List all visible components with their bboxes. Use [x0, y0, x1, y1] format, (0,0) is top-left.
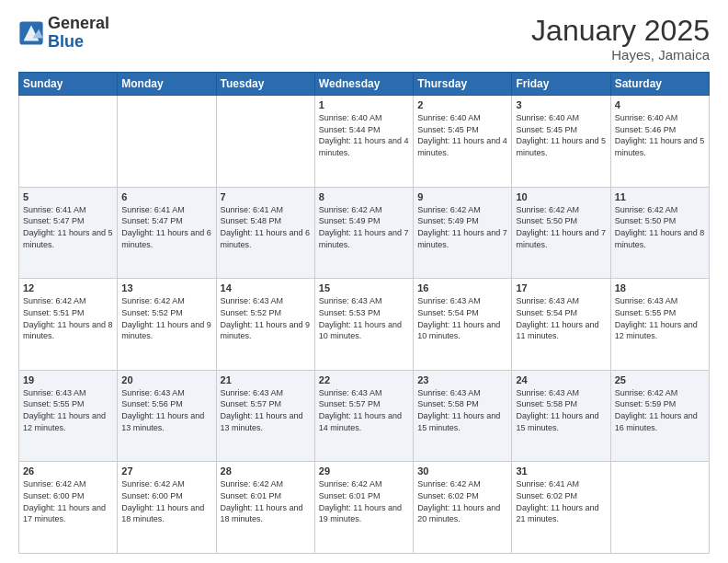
calendar-cell: 4Sunrise: 6:40 AM Sunset: 5:46 PM Daylig… [610, 96, 709, 188]
calendar-cell [118, 96, 216, 188]
day-header-saturday: Saturday [610, 73, 709, 96]
day-number: 11 [615, 191, 705, 202]
calendar-cell: 17Sunrise: 6:43 AM Sunset: 5:54 PM Dayli… [512, 279, 610, 371]
calendar-cell [610, 462, 709, 554]
day-number: 6 [121, 191, 211, 202]
day-number: 10 [516, 191, 606, 202]
week-row-2: 5Sunrise: 6:41 AM Sunset: 5:47 PM Daylig… [19, 187, 710, 279]
day-number: 13 [121, 282, 211, 293]
calendar-cell: 22Sunrise: 6:43 AM Sunset: 5:57 PM Dayli… [314, 370, 413, 462]
day-number: 24 [516, 374, 606, 385]
day-number: 19 [23, 374, 113, 385]
day-number: 17 [516, 282, 606, 293]
day-number: 25 [615, 374, 705, 385]
calendar-cell: 14Sunrise: 6:43 AM Sunset: 5:52 PM Dayli… [216, 279, 314, 371]
day-number: 29 [319, 465, 409, 477]
calendar-cell: 10Sunrise: 6:42 AM Sunset: 5:50 PM Dayli… [512, 187, 610, 279]
day-info: Sunrise: 6:43 AM Sunset: 5:54 PM Dayligh… [417, 295, 507, 341]
day-number: 2 [417, 99, 507, 110]
calendar-cell: 5Sunrise: 6:41 AM Sunset: 5:47 PM Daylig… [19, 187, 118, 279]
day-number: 20 [121, 374, 211, 385]
day-number: 18 [615, 282, 705, 293]
calendar-cell: 18Sunrise: 6:43 AM Sunset: 5:55 PM Dayli… [610, 279, 709, 371]
day-info: Sunrise: 6:42 AM Sunset: 6:00 PM Dayligh… [121, 478, 211, 524]
calendar-cell: 8Sunrise: 6:42 AM Sunset: 5:49 PM Daylig… [314, 187, 413, 279]
day-info: Sunrise: 6:43 AM Sunset: 5:58 PM Dayligh… [417, 387, 507, 433]
calendar-cell: 23Sunrise: 6:43 AM Sunset: 5:58 PM Dayli… [414, 370, 512, 462]
calendar-cell [19, 96, 118, 188]
day-info: Sunrise: 6:42 AM Sunset: 5:50 PM Dayligh… [615, 204, 705, 250]
day-info: Sunrise: 6:41 AM Sunset: 5:48 PM Dayligh… [221, 204, 311, 250]
day-number: 12 [23, 282, 113, 293]
days-header-row: SundayMondayTuesdayWednesdayThursdayFrid… [19, 73, 710, 96]
calendar-cell: 19Sunrise: 6:43 AM Sunset: 5:55 PM Dayli… [19, 370, 118, 462]
day-header-tuesday: Tuesday [216, 73, 314, 96]
day-number: 21 [221, 374, 311, 385]
day-header-sunday: Sunday [19, 73, 118, 96]
day-header-friday: Friday [512, 73, 610, 96]
day-info: Sunrise: 6:42 AM Sunset: 6:01 PM Dayligh… [319, 478, 409, 524]
calendar-cell: 12Sunrise: 6:42 AM Sunset: 5:51 PM Dayli… [19, 279, 118, 371]
day-info: Sunrise: 6:43 AM Sunset: 5:55 PM Dayligh… [23, 387, 113, 433]
calendar-cell: 3Sunrise: 6:40 AM Sunset: 5:45 PM Daylig… [512, 96, 610, 188]
day-info: Sunrise: 6:43 AM Sunset: 5:53 PM Dayligh… [319, 295, 409, 341]
calendar-cell: 2Sunrise: 6:40 AM Sunset: 5:45 PM Daylig… [414, 96, 512, 188]
day-number: 22 [319, 374, 409, 385]
day-header-thursday: Thursday [414, 73, 512, 96]
calendar-cell: 30Sunrise: 6:42 AM Sunset: 6:02 PM Dayli… [414, 462, 512, 554]
day-number: 16 [417, 282, 507, 293]
logo-icon [18, 20, 44, 46]
day-info: Sunrise: 6:41 AM Sunset: 6:02 PM Dayligh… [516, 478, 606, 524]
day-info: Sunrise: 6:43 AM Sunset: 5:56 PM Dayligh… [121, 387, 211, 433]
calendar-cell [216, 96, 314, 188]
week-row-4: 19Sunrise: 6:43 AM Sunset: 5:55 PM Dayli… [19, 370, 710, 462]
day-number: 27 [121, 465, 211, 477]
day-info: Sunrise: 6:42 AM Sunset: 5:49 PM Dayligh… [319, 204, 409, 250]
week-row-1: 1Sunrise: 6:40 AM Sunset: 5:44 PM Daylig… [19, 96, 710, 188]
day-number: 5 [23, 191, 113, 202]
calendar-cell: 31Sunrise: 6:41 AM Sunset: 6:02 PM Dayli… [512, 462, 610, 554]
calendar-cell: 21Sunrise: 6:43 AM Sunset: 5:57 PM Dayli… [216, 370, 314, 462]
day-info: Sunrise: 6:42 AM Sunset: 6:00 PM Dayligh… [23, 478, 113, 524]
day-info: Sunrise: 6:43 AM Sunset: 5:55 PM Dayligh… [615, 295, 705, 341]
day-number: 14 [221, 282, 311, 293]
day-info: Sunrise: 6:43 AM Sunset: 5:54 PM Dayligh… [516, 295, 606, 341]
logo-blue: Blue [48, 32, 84, 51]
day-info: Sunrise: 6:40 AM Sunset: 5:46 PM Dayligh… [615, 112, 705, 158]
calendar-cell: 29Sunrise: 6:42 AM Sunset: 6:01 PM Dayli… [314, 462, 413, 554]
calendar-cell: 11Sunrise: 6:42 AM Sunset: 5:50 PM Dayli… [610, 187, 709, 279]
day-header-monday: Monday [118, 73, 216, 96]
day-number: 28 [221, 465, 311, 477]
day-info: Sunrise: 6:40 AM Sunset: 5:44 PM Dayligh… [319, 112, 409, 158]
day-number: 26 [23, 465, 113, 477]
day-info: Sunrise: 6:41 AM Sunset: 5:47 PM Dayligh… [121, 204, 211, 250]
title-block: January 2025 Hayes, Jamaica [531, 15, 710, 63]
calendar-cell: 26Sunrise: 6:42 AM Sunset: 6:00 PM Dayli… [19, 462, 118, 554]
day-number: 30 [417, 465, 507, 477]
day-info: Sunrise: 6:42 AM Sunset: 5:52 PM Dayligh… [121, 295, 211, 341]
header: General Blue January 2025 Hayes, Jamaica [18, 15, 710, 63]
week-row-5: 26Sunrise: 6:42 AM Sunset: 6:00 PM Dayli… [19, 462, 710, 554]
day-number: 23 [417, 374, 507, 385]
day-info: Sunrise: 6:42 AM Sunset: 6:01 PM Dayligh… [221, 478, 311, 524]
calendar-cell: 9Sunrise: 6:42 AM Sunset: 5:49 PM Daylig… [414, 187, 512, 279]
day-info: Sunrise: 6:42 AM Sunset: 5:50 PM Dayligh… [516, 204, 606, 250]
day-header-wednesday: Wednesday [314, 73, 413, 96]
calendar-cell: 13Sunrise: 6:42 AM Sunset: 5:52 PM Dayli… [118, 279, 216, 371]
calendar-cell: 20Sunrise: 6:43 AM Sunset: 5:56 PM Dayli… [118, 370, 216, 462]
day-number: 7 [221, 191, 311, 202]
day-number: 15 [319, 282, 409, 293]
day-info: Sunrise: 6:43 AM Sunset: 5:57 PM Dayligh… [221, 387, 311, 433]
day-info: Sunrise: 6:43 AM Sunset: 5:57 PM Dayligh… [319, 387, 409, 433]
day-info: Sunrise: 6:42 AM Sunset: 6:02 PM Dayligh… [417, 478, 507, 524]
day-info: Sunrise: 6:41 AM Sunset: 5:47 PM Dayligh… [23, 204, 113, 250]
day-number: 8 [319, 191, 409, 202]
logo-text: General Blue [48, 15, 109, 52]
logo-general: General [48, 14, 109, 32]
day-info: Sunrise: 6:43 AM Sunset: 5:52 PM Dayligh… [221, 295, 311, 341]
day-number: 3 [516, 99, 606, 110]
calendar-cell: 6Sunrise: 6:41 AM Sunset: 5:47 PM Daylig… [118, 187, 216, 279]
page: General Blue January 2025 Hayes, Jamaica… [0, 0, 728, 563]
calendar-cell: 7Sunrise: 6:41 AM Sunset: 5:48 PM Daylig… [216, 187, 314, 279]
day-info: Sunrise: 6:42 AM Sunset: 5:51 PM Dayligh… [23, 295, 113, 341]
